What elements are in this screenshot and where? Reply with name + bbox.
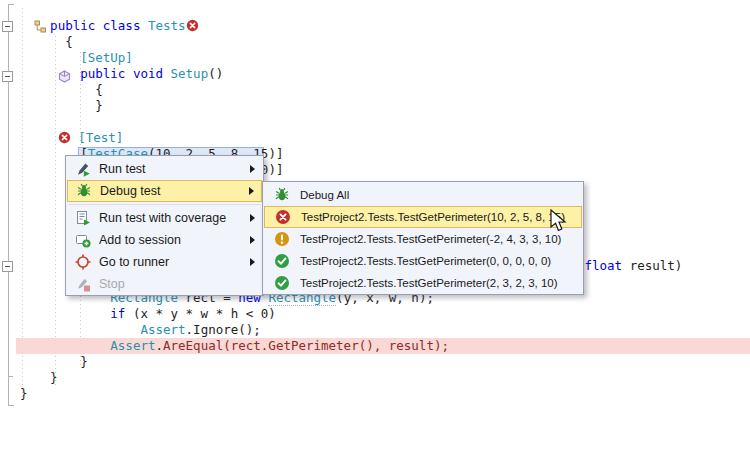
code-line[interactable]: public void Setup() [20,66,682,82]
menu-item-label: TestProject2.Tests.TestGetPerimeter(0, 0… [300,255,568,267]
code-token: Setup [171,66,209,81]
code-token: } [80,354,88,369]
code-line[interactable]: { [20,82,682,98]
code-token: () [208,66,223,81]
submenu-arrow-icon [248,165,262,173]
code-line[interactable]: [SetUp] [20,50,682,66]
target-icon [67,254,99,270]
menu-item-run-test[interactable]: Run test [67,158,262,180]
code-editor-screen: public class Tests { [SetUp] public void… [0,0,750,476]
fold-marker-setup-method[interactable] [2,71,13,82]
code-token: public void [80,66,170,81]
submenu-item-debug-all[interactable]: Debug All [264,184,582,206]
code-line[interactable]: { [20,34,682,50]
fold-marker-test-method[interactable] [2,261,13,272]
code-line[interactable] [20,114,682,130]
menu-item-stop: Stop [67,273,262,295]
code-line[interactable]: Assert.Ignore(); [20,322,682,338]
code-token [20,370,50,385]
code-token: if [110,306,133,321]
code-token [20,338,110,353]
menu-item-label: Stop [99,277,248,291]
menu-separator [69,204,260,205]
menu-item-label: TestProject2.Tests.TestGetPerimeter(10, … [301,211,567,223]
code-token: public class [50,18,148,33]
code-token [20,66,80,81]
menu-item-debug-test[interactable]: Debug test [67,180,262,202]
error-icon [186,19,199,32]
menu-item-label: Run test [99,162,248,176]
code-token: Assert [110,338,155,353]
code-token [20,354,80,369]
submenu-arrow-icon [248,258,262,266]
code-line[interactable]: } [20,354,682,370]
code-token: (x * y * w * h < 0) [133,306,276,321]
error-icon [58,131,71,144]
code-token: Tests [148,18,186,33]
menu-item-label: TestProject2.Tests.TestGetPerimeter(2, 3… [300,277,568,289]
menu-item-run-test-with-coverage[interactable]: Run test with coverage [67,207,262,229]
code-token [20,34,65,49]
code-token: { [65,34,73,49]
submenu-arrow-icon [248,236,262,244]
menu-item-go-to-runner[interactable]: Go to runner [67,251,262,273]
code-line[interactable]: [Test] [20,130,682,146]
menu-item-label: Run test with coverage [99,211,248,225]
menu-item-label: TestProject2.Tests.TestGetPerimeter(-2, … [300,233,568,245]
debug-test-submenu: Debug AllTestProject2.Tests.TestGetPerim… [262,181,584,295]
error-icon [265,209,301,225]
submenu-item-testproject2-tests-testgetperimeter-0-0-0-0-0[interactable]: TestProject2.Tests.TestGetPerimeter(0, 0… [264,250,582,272]
passed-icon [264,275,300,291]
code-token [20,18,50,33]
code-token: .Ignore(); [186,322,261,337]
code-token: result) [622,258,682,273]
passed-icon [264,253,300,269]
code-token: . [155,338,163,353]
stop-icon [67,276,99,292]
code-token: { [95,82,103,97]
submenu-item-testproject2-tests-testgetperimeter-2-3-2-3-10[interactable]: TestProject2.Tests.TestGetPerimeter(2, 3… [264,272,582,294]
code-line[interactable]: } [20,370,682,386]
fold-rail-bottom-tick [8,405,14,406]
code-token: Assert [140,322,185,337]
fold-marker-class[interactable] [2,21,13,32]
fold-rail-mid-tick [8,376,13,377]
code-token: AreEqual(rect.GetPerimeter(), result); [163,338,449,353]
menu-item-label: Go to runner [99,255,248,269]
run-icon [67,161,99,177]
code-token [20,322,140,337]
menu-item-label: Debug test [100,184,247,198]
test-context-menu: Run testDebug testRun test with coverage… [65,155,264,296]
code-token: [Test] [78,130,123,145]
code-token: [SetUp] [80,50,133,65]
fold-rail [8,4,9,406]
add-icon [67,232,99,248]
code-token [20,50,80,65]
menu-item-label: Debug All [300,189,568,201]
bug-icon [264,187,300,203]
code-token: } [20,386,28,401]
submenu-arrow-icon [247,187,261,195]
submenu-item-testproject2-tests-testgetperimeter-10-2-5-8-15[interactable]: TestProject2.Tests.TestGetPerimeter(10, … [264,206,582,228]
code-token [20,82,95,97]
bug-icon [68,183,100,199]
mouse-cursor [549,209,569,237]
code-line[interactable]: } [20,98,682,114]
code-line[interactable]: public class Tests [20,18,682,34]
menu-item-add-to-session[interactable]: Add to session [67,229,262,251]
warning-icon [264,231,300,247]
code-line[interactable]: } [20,386,682,402]
submenu-item-testproject2-tests-testgetperimeter-2-4-3-3-10[interactable]: TestProject2.Tests.TestGetPerimeter(-2, … [264,228,582,250]
code-token: } [95,98,103,113]
code-token: float [585,258,623,273]
submenu-arrow-icon [248,214,262,222]
fold-rail-top-tick [8,4,14,5]
code-token [20,130,58,145]
code-token: } [50,370,58,385]
menu-item-label: Add to session [99,233,248,247]
code-line[interactable]: if (x * y * w * h < 0) [20,306,682,322]
code-token [20,98,95,113]
coverage-icon [67,210,99,226]
code-token [20,306,110,321]
code-line[interactable]: Assert.AreEqual(rect.GetPerimeter(), res… [20,338,682,354]
